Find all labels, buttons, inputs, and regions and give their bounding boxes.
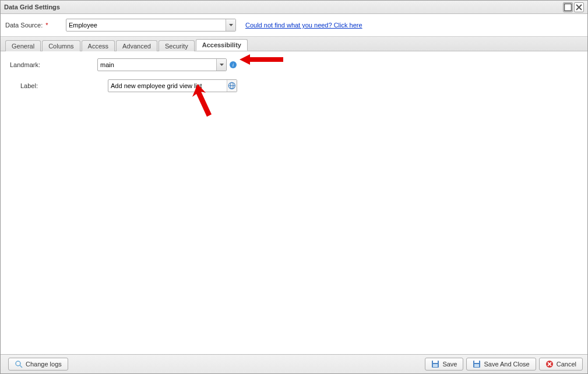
tab-bar: General Columns Access Advanced Security…: [1, 36, 587, 51]
svg-rect-18: [474, 361, 479, 363]
info-icon[interactable]: i: [229, 61, 237, 69]
label-field[interactable]: [108, 79, 237, 92]
svg-rect-15: [433, 361, 438, 363]
titlebar: Data Grid Settings: [1, 1, 587, 14]
datasource-label: Data Source: *: [5, 22, 66, 29]
datasource-input[interactable]: [66, 19, 226, 31]
svg-rect-16: [433, 364, 438, 367]
save-button[interactable]: Save: [425, 358, 463, 370]
help-link[interactable]: Could not find what you need? Click here: [245, 22, 362, 29]
tab-general[interactable]: General: [5, 40, 41, 51]
datasource-trigger[interactable]: [226, 19, 235, 31]
change-logs-button[interactable]: Change logs: [8, 358, 68, 370]
change-logs-label: Change logs: [26, 361, 62, 368]
settings-dialog: Data Grid Settings Data Source: * Could …: [0, 0, 588, 374]
svg-marker-4: [220, 64, 224, 66]
landmark-label: Landmark:: [10, 61, 97, 68]
tab-accessibility[interactable]: Accessibility: [196, 39, 248, 51]
svg-line-13: [20, 365, 22, 368]
landmark-combo[interactable]: [97, 58, 227, 71]
tab-advanced[interactable]: Advanced: [116, 40, 157, 51]
tab-content: Landmark: i Label:: [1, 51, 587, 354]
save-label: Save: [442, 361, 457, 368]
footer: Change logs Save Save And Close Cancel: [1, 354, 587, 373]
datasource-row: Data Source: * Could not find what you n…: [1, 14, 587, 36]
window-title: Data Grid Settings: [4, 4, 562, 11]
maximize-button[interactable]: [563, 2, 573, 12]
tab-columns[interactable]: Columns: [42, 40, 80, 51]
tab-security[interactable]: Security: [159, 40, 195, 51]
landmark-row: Landmark: i: [10, 58, 578, 71]
cancel-button[interactable]: Cancel: [539, 358, 583, 370]
landmark-trigger[interactable]: [216, 59, 226, 71]
close-button[interactable]: [574, 2, 584, 12]
tab-access[interactable]: Access: [82, 40, 115, 51]
svg-rect-19: [474, 364, 479, 367]
datasource-combo[interactable]: [66, 19, 236, 32]
localization-icon[interactable]: [227, 80, 237, 92]
save-and-close-label: Save And Close: [484, 361, 529, 368]
label-label: Label:: [10, 82, 108, 89]
datasource-label-text: Data Source:: [5, 22, 43, 29]
cancel-label: Cancel: [557, 361, 576, 368]
label-row: Label:: [10, 79, 578, 92]
save-and-close-button[interactable]: Save And Close: [466, 358, 536, 370]
svg-rect-0: [565, 4, 572, 11]
required-marker: *: [45, 22, 48, 29]
svg-point-12: [16, 361, 20, 366]
label-input[interactable]: [108, 80, 227, 92]
landmark-input[interactable]: [98, 59, 216, 71]
svg-marker-3: [229, 24, 233, 26]
